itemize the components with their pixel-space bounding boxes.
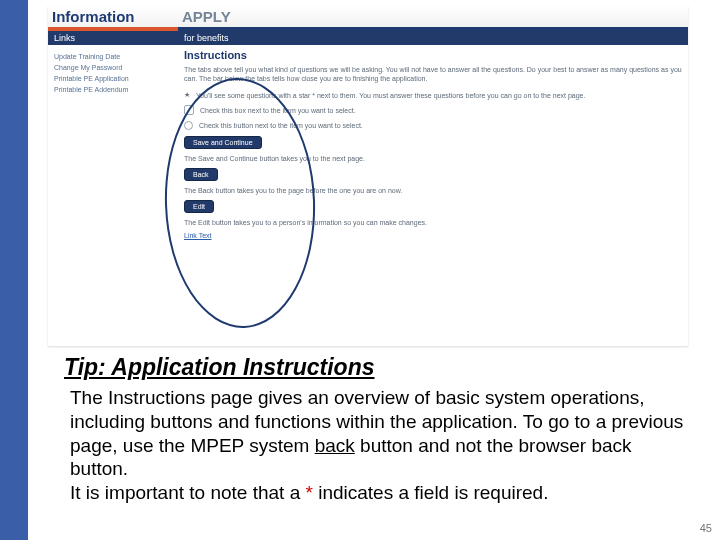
tip-body-3a: It is important to note that a (70, 482, 306, 503)
header-apply: APPLY (178, 6, 688, 31)
subheader-links: Links (48, 31, 178, 45)
sidebar-item[interactable]: Printable PE Application (54, 73, 172, 84)
star-icon: ★ (184, 91, 190, 99)
checkbox-note: Check this box next to the item you want… (200, 107, 356, 114)
tip-back-word: back (315, 435, 355, 456)
back-note: The Back button takes you to the page be… (184, 187, 402, 194)
subheader-for-benefits: for benefits (178, 31, 688, 45)
link-text-example[interactable]: Link Text (184, 232, 212, 239)
save-continue-button[interactable]: Save and Continue (184, 136, 262, 149)
edit-button[interactable]: Edit (184, 200, 214, 213)
edit-note: The Edit button takes you to a person's … (184, 219, 427, 226)
page-number: 45 (700, 522, 712, 534)
radio-icon[interactable] (184, 121, 193, 130)
tip-body: The Instructions page gives an overview … (70, 386, 690, 505)
back-button[interactable]: Back (184, 168, 218, 181)
instructions-heading: Instructions (184, 49, 682, 61)
slide-left-bar (0, 0, 28, 540)
sidebar-item[interactable]: Change My Password (54, 62, 172, 73)
sidebar-item[interactable]: Printable PE Addendum (54, 84, 172, 95)
radio-note: Check this button next to the item you w… (199, 122, 363, 129)
header-information: Information (48, 6, 178, 31)
tip-body-3b: indicates a field is required. (313, 482, 549, 503)
save-note: The Save and Continue button takes you t… (184, 155, 365, 162)
required-star: * (306, 482, 313, 503)
tip-title: Tip: Application Instructions (64, 354, 375, 381)
app-screenshot: Information APPLY Links for benefits Upd… (48, 6, 688, 346)
intro-paragraph: The tabs above tell you what kind of que… (184, 65, 682, 83)
sidebar-item[interactable]: Update Training Date (54, 51, 172, 62)
checkbox-icon[interactable] (184, 105, 194, 115)
sidebar: Update Training Date Change My Password … (48, 45, 178, 249)
star-note: You'll see some questions with a star * … (196, 92, 585, 99)
main-panel: Instructions The tabs above tell you wha… (178, 45, 688, 249)
